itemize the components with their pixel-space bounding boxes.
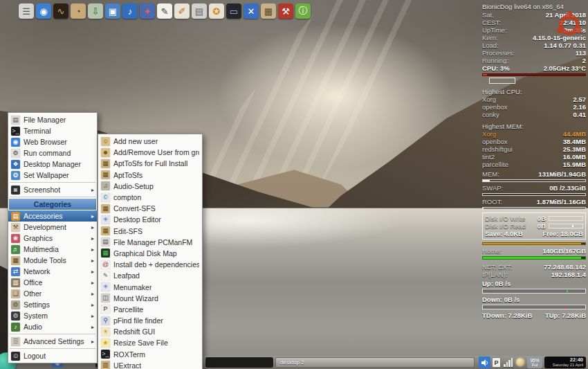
net-lan-label: IP(LAN): [482, 271, 507, 278]
padlock-icon[interactable]: ✪ [209, 3, 224, 19]
submenu-item-pfind-file-finder[interactable]: ⚲pFind file finder [98, 315, 202, 326]
submenu-item-graphical-disk-map[interactable]: ▦Graphical Disk Map [98, 248, 202, 259]
menu-item-label: Run command [24, 149, 71, 157]
proc-name: parcellite [482, 161, 508, 168]
submenu-item-label: AptToSfs [113, 171, 143, 179]
menu-item-desktop-manager[interactable]: ❖Desktop Manager [8, 159, 97, 170]
clipboard-manager-icon[interactable]: P [492, 357, 501, 368]
headphones-icon[interactable]: ♪ [122, 3, 138, 19]
document-icon[interactable]: ▤ [192, 3, 207, 19]
submenu-item-add-remove-user-groups[interactable]: ☻Add/Remove User from groups [98, 147, 202, 158]
menu-item-development[interactable]: ⚒Development [8, 222, 97, 233]
submenu-item-mount-wizard[interactable]: ◫Mount Wizard [98, 293, 202, 304]
running-value: 2 [582, 57, 586, 64]
submenu-item-apttosfs-full-install[interactable]: ▦AptToSfs for Full Install [98, 158, 202, 169]
multimedia-icon: ♬ [11, 245, 20, 254]
submenu-item-convert-sfs[interactable]: ▦Convert-SFS [98, 203, 202, 214]
menu-item-run-command[interactable]: ⚙Run command [8, 147, 97, 159]
menu-item-graphics[interactable]: ❀Graphics [8, 233, 97, 244]
system-icon: ⚙ [11, 312, 20, 321]
submenu-item-apttosfs[interactable]: ▦AptToSfs [98, 170, 202, 181]
menu-item-accessories[interactable]: ▤Accessories [8, 210, 97, 222]
menu-item-terminal[interactable]: >_Terminal [8, 125, 97, 136]
window-button[interactable] [205, 357, 273, 368]
menu-item-system[interactable]: ⚙System [8, 310, 97, 321]
submenu-item-edit-sfs[interactable]: ▦Edit-SFS [98, 226, 202, 237]
submenu-item-audio-setup[interactable]: ♫Audio-Setup [98, 181, 202, 192]
system-gauge-icon[interactable]: ◔ [71, 3, 86, 19]
menu-item-label: Web Browser [24, 138, 67, 146]
image-viewer-icon[interactable]: ▣ [105, 3, 120, 19]
submenu-item-resize-save-file[interactable]: ★Resize Save File [98, 337, 202, 348]
package-install-icon[interactable]: ⇩ [88, 3, 103, 19]
submenu-item-parcellite[interactable]: PParcellite [98, 304, 202, 315]
audio-icon: ♪ [11, 323, 20, 332]
notepad-icon: ✎ [101, 271, 110, 280]
desktop-pager-label: desktop 2 [280, 359, 304, 366]
menu-item-set-wallpaper[interactable]: ❂Set Wallpaper [8, 170, 97, 181]
submenu-item-label: Redshift GUI [113, 327, 155, 336]
settings-icon: ⚙ [11, 300, 20, 309]
package-icon[interactable]: ▦ [261, 3, 276, 19]
submenu-item-file-manager-pcmanfm[interactable]: ▤File Manager PCManFM [98, 237, 202, 248]
submenu-item-compton[interactable]: ©compton [98, 192, 202, 203]
menu-item-label: Multimedia [24, 245, 59, 253]
x11-icon[interactable]: ✕ [244, 3, 259, 19]
accessories-submenu: ☺Add new user ☻Add/Remove User from grou… [98, 134, 203, 369]
net-up-bar [482, 289, 586, 294]
proc-value: 15.9MB [563, 161, 586, 168]
menu-item-network[interactable]: ⇄Network [8, 266, 97, 277]
categories-header: Categories [9, 199, 96, 210]
clock[interactable]: 22:40 Saturday 21 April [544, 357, 586, 368]
submenu-item-redshift-gui[interactable]: ☀Redshift GUI [98, 326, 202, 337]
graphics-icon: ❀ [11, 234, 20, 243]
disk-io-box: Disk I/O Write0B Disk I/O Read0B Save: 4… [482, 213, 586, 240]
audio-wave-icon[interactable]: ∿ [53, 3, 68, 19]
camera-icon: ◙ [11, 186, 20, 195]
highest-cpu-header: Highest CPU: [482, 88, 586, 96]
submenu-item-install-deb-dependencies[interactable]: @Install deb + dependencies [98, 259, 202, 270]
other-icon: ❑ [11, 289, 20, 298]
submenu-item-roxterm[interactable]: >_ROXTerm [98, 349, 202, 360]
menu-item-advanced-settings[interactable]: ☰Advanced Settings [8, 336, 97, 347]
cpu-label: CPU: 3% [482, 64, 510, 72]
mixer-icon[interactable]: ☰ [19, 3, 34, 19]
pens-icon[interactable]: ✐ [174, 3, 190, 19]
submenu-item-add-new-user[interactable]: ☺Add new user [98, 136, 202, 147]
notepad-icon[interactable]: ✎ [157, 3, 172, 19]
info-icon[interactable]: ⓘ [295, 3, 311, 19]
menu-item-label: Network [24, 267, 50, 276]
submenu-item-uextract[interactable]: ▥UExtract [98, 360, 202, 369]
menu-item-screenshot[interactable]: ◙Screenshot [8, 184, 97, 195]
menu-item-label: Advanced Settings [24, 337, 84, 345]
battery-indicator[interactable]: 95% Ful [527, 357, 542, 368]
menu-item-logout[interactable]: ⊙Logout [8, 350, 97, 361]
desktop-pager-button[interactable]: desktop 2 [275, 357, 475, 368]
tools-icon[interactable]: ⚒ [278, 3, 293, 19]
menu-item-module-tools[interactable]: ▦Module Tools [8, 255, 97, 266]
menu-item-settings[interactable]: ⚙Settings [8, 299, 97, 310]
proc-value: 38.4MB [563, 138, 586, 145]
redshift-bulb-icon[interactable] [516, 358, 524, 366]
network-signal-icon[interactable] [504, 358, 514, 367]
submenu-item-label: Add/Remove User from groups [113, 148, 199, 156]
proc-value: 44.4MB [563, 130, 586, 138]
submenu-item-desktop-editor[interactable]: ✳Desktop Editor [98, 214, 202, 225]
desktop-manager-icon: ❖ [11, 160, 20, 169]
volume-icon[interactable] [479, 357, 490, 368]
menu-item-multimedia[interactable]: ♬Multimedia [8, 244, 97, 255]
submenu-item-leafpad[interactable]: ✎Leafpad [98, 270, 202, 281]
proc-name: openbox [482, 103, 507, 111]
magnifier-icon: ⚲ [101, 316, 110, 325]
submenu-item-label: Audio-Setup [113, 182, 154, 190]
submenu-item-menumaker[interactable]: ✳Menumaker [98, 281, 202, 292]
web-browser-icon[interactable]: ◉ [36, 3, 51, 19]
share-icon[interactable]: ✦ [140, 3, 155, 19]
menu-item-office[interactable]: ▥Office [8, 277, 97, 288]
menu-item-web-browser[interactable]: ◉Web Browser [8, 136, 97, 147]
module-tools-icon: ▦ [11, 256, 20, 265]
display-icon[interactable]: ▭ [226, 3, 241, 19]
menu-item-audio[interactable]: ♪Audio [8, 321, 97, 332]
menu-item-file-manager[interactable]: ▤File Manager [8, 114, 97, 125]
menu-item-other[interactable]: ❑Other [8, 288, 97, 299]
